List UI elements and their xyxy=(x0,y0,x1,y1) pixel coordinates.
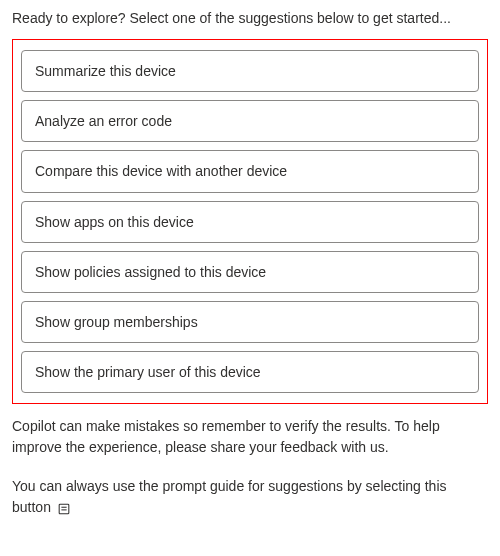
intro-text: Ready to explore? Select one of the sugg… xyxy=(12,8,488,29)
suggestion-show-primary-user[interactable]: Show the primary user of this device xyxy=(21,351,479,393)
prompt-guide-hint: You can always use the prompt guide for … xyxy=(12,476,488,518)
suggestion-show-apps[interactable]: Show apps on this device xyxy=(21,201,479,243)
suggestion-analyze-error[interactable]: Analyze an error code xyxy=(21,100,479,142)
suggestion-summarize-device[interactable]: Summarize this device xyxy=(21,50,479,92)
suggestions-container: Summarize this device Analyze an error c… xyxy=(12,39,488,404)
disclaimer-text: Copilot can make mistakes so remember to… xyxy=(12,416,488,458)
svg-rect-0 xyxy=(59,504,69,514)
suggestion-show-policies[interactable]: Show policies assigned to this device xyxy=(21,251,479,293)
hint-text-content: You can always use the prompt guide for … xyxy=(12,478,447,515)
suggestion-show-groups[interactable]: Show group memberships xyxy=(21,301,479,343)
suggestion-compare-device[interactable]: Compare this device with another device xyxy=(21,150,479,192)
prompt-guide-icon xyxy=(57,502,71,516)
